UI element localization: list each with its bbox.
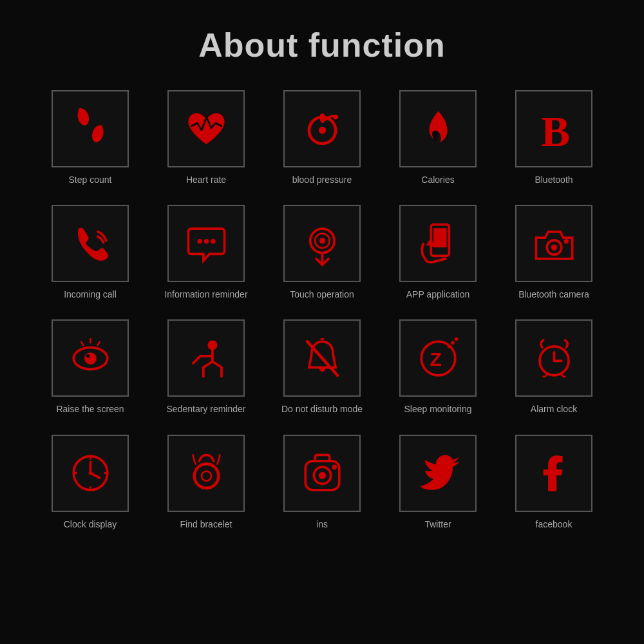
svg-point-21 bbox=[84, 352, 97, 365]
touch-icon bbox=[298, 220, 346, 268]
svg-point-33 bbox=[454, 337, 458, 341]
label-info-reminder: Information reminder bbox=[164, 289, 247, 300]
label-ins: ins bbox=[316, 518, 328, 530]
step-icon bbox=[66, 105, 115, 153]
icon-box-step bbox=[52, 90, 129, 167]
icon-box-camera bbox=[515, 205, 592, 282]
label-alarm: Alarm clock bbox=[531, 403, 577, 415]
label-touch-operation: Touch operation bbox=[290, 289, 354, 300]
label-step-count: Step count bbox=[69, 174, 112, 185]
svg-point-10 bbox=[204, 239, 209, 244]
icon-box-app bbox=[399, 205, 477, 282]
svg-point-50 bbox=[332, 464, 337, 469]
svg-point-0 bbox=[75, 107, 90, 126]
item-dnd: Do not disturb mode bbox=[270, 319, 374, 415]
svg-point-9 bbox=[197, 239, 202, 244]
ins-icon bbox=[298, 449, 346, 497]
item-bluetooth: B Bluetooth bbox=[502, 90, 605, 185]
item-raise-screen: Raise the screen bbox=[39, 319, 142, 415]
page-title: About function bbox=[198, 26, 446, 64]
app-icon bbox=[414, 220, 462, 268]
dnd-icon bbox=[298, 334, 346, 383]
svg-rect-16 bbox=[433, 228, 447, 247]
label-app: APP application bbox=[406, 289, 470, 300]
svg-point-14 bbox=[319, 238, 325, 243]
svg-point-26 bbox=[207, 340, 217, 350]
icon-box-bp bbox=[283, 90, 361, 167]
label-sedentary: Sedentary reminder bbox=[167, 403, 246, 415]
svg-point-19 bbox=[564, 239, 569, 244]
svg-point-45 bbox=[194, 464, 218, 489]
svg-text:Z: Z bbox=[430, 348, 441, 370]
icon-box-facebook bbox=[515, 435, 592, 512]
phone-icon bbox=[66, 220, 115, 268]
chat-icon bbox=[182, 220, 231, 268]
svg-point-32 bbox=[451, 341, 455, 345]
label-calories: Calories bbox=[421, 174, 454, 185]
item-sedentary: Sedentary reminder bbox=[155, 319, 258, 415]
item-incoming-call: Incoming call bbox=[39, 205, 142, 300]
item-clock: Clock display bbox=[39, 435, 142, 530]
svg-point-46 bbox=[202, 471, 211, 481]
svg-point-49 bbox=[318, 472, 325, 479]
icon-box-chat bbox=[167, 205, 245, 282]
svg-point-22 bbox=[86, 354, 90, 358]
alarm-icon bbox=[530, 334, 578, 383]
svg-line-25 bbox=[81, 342, 83, 345]
label-incoming-call: Incoming call bbox=[64, 289, 117, 300]
label-dnd: Do not disturb mode bbox=[281, 403, 363, 415]
bluetooth-icon: B bbox=[530, 105, 578, 153]
label-find: Find bracelet bbox=[180, 518, 232, 530]
item-info-reminder: Information reminder bbox=[155, 205, 258, 300]
find-icon bbox=[182, 449, 231, 497]
heart-icon bbox=[182, 105, 231, 153]
item-touch-operation: Touch operation bbox=[270, 205, 374, 300]
icon-box-phone bbox=[52, 205, 129, 282]
item-bt-camera: Bluetooth camera bbox=[502, 205, 605, 300]
label-bluetooth: Bluetooth bbox=[535, 174, 573, 185]
twitter-icon bbox=[414, 449, 462, 497]
icon-box-bluetooth: B bbox=[515, 90, 592, 167]
features-grid: Step count Heart rate blood pressure bbox=[39, 90, 605, 530]
icon-box-twitter bbox=[399, 435, 477, 512]
eye-icon bbox=[66, 334, 115, 383]
camera-icon bbox=[530, 220, 578, 268]
svg-point-5 bbox=[318, 126, 325, 133]
svg-line-24 bbox=[97, 342, 99, 345]
svg-point-7 bbox=[333, 115, 338, 120]
bp-icon bbox=[298, 105, 346, 153]
svg-point-11 bbox=[211, 239, 216, 244]
svg-point-2 bbox=[90, 124, 105, 144]
svg-point-18 bbox=[551, 244, 556, 250]
sleep-icon: Z bbox=[414, 334, 462, 383]
icon-box-ins bbox=[283, 435, 361, 512]
item-facebook: facebook bbox=[502, 435, 605, 530]
item-sleep: Z Sleep monitoring bbox=[386, 319, 489, 415]
icon-box-heart bbox=[167, 90, 245, 167]
icon-box-sedentary bbox=[167, 319, 245, 397]
item-find: Find bracelet bbox=[155, 435, 258, 530]
svg-point-31 bbox=[447, 345, 451, 348]
sedentary-icon bbox=[182, 334, 231, 383]
label-twitter: Twitter bbox=[424, 518, 451, 530]
item-app: APP application bbox=[386, 205, 489, 300]
label-facebook: facebook bbox=[536, 518, 573, 530]
label-clock: Clock display bbox=[64, 518, 117, 530]
item-calories: Calories bbox=[386, 90, 489, 185]
flame-icon bbox=[414, 105, 462, 153]
clock-icon bbox=[66, 449, 115, 497]
facebook-icon bbox=[530, 449, 578, 497]
label-bt-camera: Bluetooth camera bbox=[518, 289, 589, 300]
label-heart-rate: Heart rate bbox=[186, 174, 226, 185]
icon-box-dnd bbox=[283, 319, 361, 397]
item-step-count: Step count bbox=[39, 90, 142, 185]
icon-box-alarm bbox=[515, 319, 592, 397]
icon-box-clock bbox=[52, 435, 129, 512]
label-blood-pressure: blood pressure bbox=[292, 174, 352, 185]
icon-box-calories bbox=[399, 90, 477, 167]
svg-text:B: B bbox=[540, 107, 569, 153]
icon-box-find bbox=[167, 435, 245, 512]
svg-point-40 bbox=[88, 471, 92, 475]
icon-box-sleep: Z bbox=[399, 319, 477, 397]
label-sleep: Sleep monitoring bbox=[404, 403, 471, 415]
